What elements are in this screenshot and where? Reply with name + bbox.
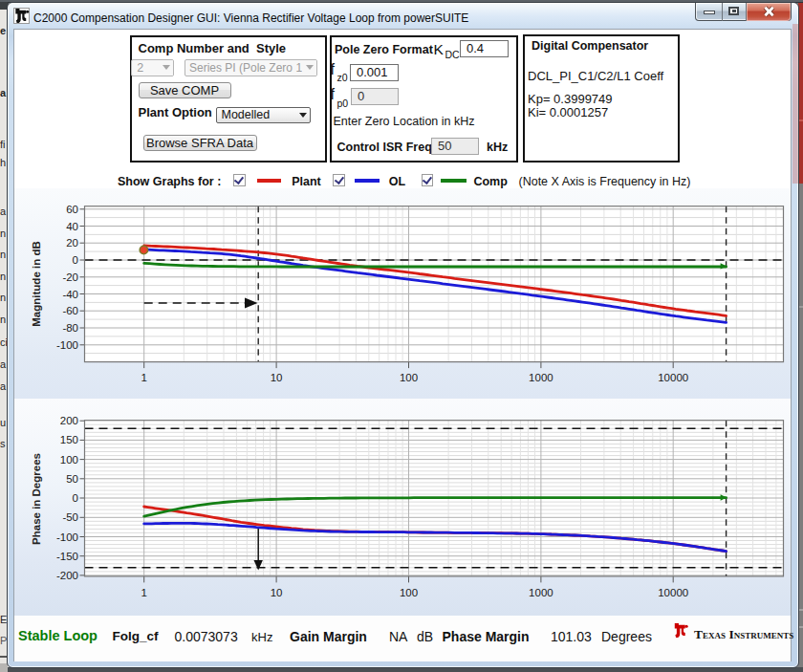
svg-text:0: 0 bbox=[73, 254, 78, 266]
svg-text:-60: -60 bbox=[62, 305, 78, 316]
svg-text:1: 1 bbox=[141, 587, 146, 598]
svg-text:-80: -80 bbox=[62, 322, 78, 334]
svg-text:Magnitude in dB: Magnitude in dB bbox=[31, 241, 42, 326]
svg-text:60: 60 bbox=[66, 204, 78, 215]
svg-text:1: 1 bbox=[141, 372, 146, 383]
svg-text:100: 100 bbox=[60, 454, 78, 466]
svg-text:-40: -40 bbox=[62, 289, 78, 300]
svg-text:10000: 10000 bbox=[658, 587, 688, 598]
svg-text:40: 40 bbox=[66, 221, 78, 232]
svg-text:0: 0 bbox=[73, 492, 78, 504]
svg-text:Phase in Degrees: Phase in Degrees bbox=[31, 453, 42, 545]
svg-text:200: 200 bbox=[60, 415, 78, 426]
svg-text:-150: -150 bbox=[56, 551, 78, 562]
svg-text:10000: 10000 bbox=[658, 372, 688, 383]
svg-text:-100: -100 bbox=[56, 339, 78, 351]
svg-text:1000: 1000 bbox=[529, 372, 553, 383]
svg-text:-20: -20 bbox=[62, 271, 78, 283]
svg-text:50: 50 bbox=[66, 473, 78, 485]
svg-text:100: 100 bbox=[400, 372, 418, 383]
svg-text:10: 10 bbox=[271, 372, 283, 383]
svg-text:150: 150 bbox=[60, 434, 78, 445]
svg-text:-100: -100 bbox=[56, 531, 78, 543]
svg-text:10: 10 bbox=[271, 587, 283, 598]
svg-text:-50: -50 bbox=[62, 511, 78, 523]
svg-text:100: 100 bbox=[400, 587, 418, 598]
svg-text:-200: -200 bbox=[56, 570, 78, 581]
svg-text:1000: 1000 bbox=[529, 587, 553, 598]
svg-text:20: 20 bbox=[66, 237, 78, 249]
